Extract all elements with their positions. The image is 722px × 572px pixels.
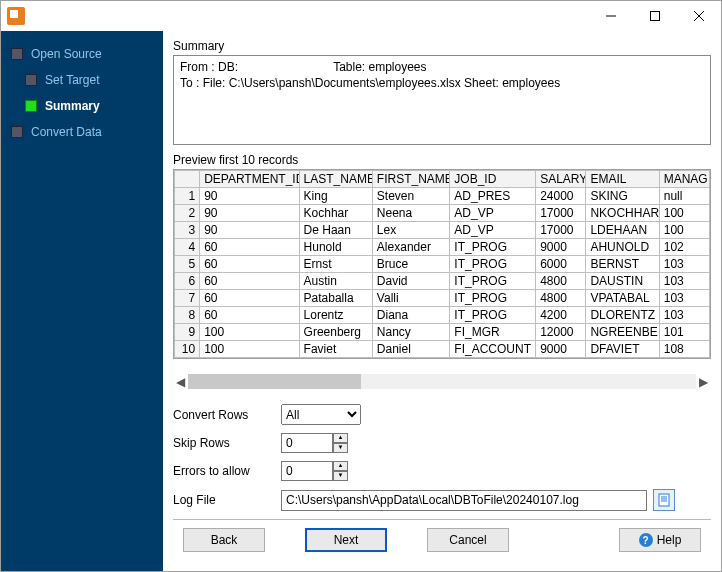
cell: IT_PROG xyxy=(450,239,536,256)
table-row[interactable]: 9100GreenbergNancyFI_MGR12000NGREENBE101 xyxy=(175,324,710,341)
cell: 60 xyxy=(200,307,299,324)
cell: IT_PROG xyxy=(450,256,536,273)
cell: Valli xyxy=(372,290,449,307)
rownum-cell: 1 xyxy=(175,188,200,205)
table-row[interactable]: 390De HaanLexAD_VP17000LDEHAAN100 xyxy=(175,222,710,239)
table-row[interactable]: 290KochharNeenaAD_VP17000NKOCHHAR100 xyxy=(175,205,710,222)
cell: Diana xyxy=(372,307,449,324)
log-file-input[interactable] xyxy=(281,490,647,511)
spin-up-button[interactable]: ▲ xyxy=(333,433,348,443)
col-header[interactable]: EMAIL xyxy=(586,171,659,188)
nav-label: Set Target xyxy=(45,73,99,87)
preview-table-wrap: DEPARTMENT_ID LAST_NAME FIRST_NAME JOB_I… xyxy=(173,169,711,359)
cell: 101 xyxy=(659,324,709,341)
rownum-cell: 3 xyxy=(175,222,200,239)
cell: 103 xyxy=(659,273,709,290)
cell: Lex xyxy=(372,222,449,239)
nav-summary[interactable]: Summary xyxy=(21,93,157,119)
cell: Lorentz xyxy=(299,307,372,324)
table-row[interactable]: 10100FavietDanielFI_ACCOUNT9000DFAVIET10… xyxy=(175,341,710,358)
table-row[interactable]: 760PataballaValliIT_PROG4800VPATABAL103 xyxy=(175,290,710,307)
scroll-track[interactable] xyxy=(188,374,696,389)
cell: AHUNOLD xyxy=(586,239,659,256)
table-row[interactable]: 560ErnstBruceIT_PROG6000BERNST103 xyxy=(175,256,710,273)
main-panel: Summary From : DB: Table: employees To :… xyxy=(163,31,721,571)
help-icon: ? xyxy=(639,533,653,547)
col-header[interactable]: SALARY xyxy=(536,171,586,188)
cell: Ernst xyxy=(299,256,372,273)
wizard-footer: Back Next Cancel ? Help xyxy=(173,519,711,560)
close-button[interactable] xyxy=(677,1,721,31)
next-button[interactable]: Next xyxy=(305,528,387,552)
col-header[interactable]: LAST_NAME xyxy=(299,171,372,188)
spin-down-button[interactable]: ▼ xyxy=(333,443,348,453)
svg-rect-1 xyxy=(651,12,660,21)
cell: 108 xyxy=(659,341,709,358)
scroll-left-icon[interactable]: ◀ xyxy=(173,374,188,389)
maximize-button[interactable] xyxy=(633,1,677,31)
cell: 102 xyxy=(659,239,709,256)
cell: null xyxy=(659,188,709,205)
back-button[interactable]: Back xyxy=(183,528,265,552)
summary-box: From : DB: Table: employees To : File: C… xyxy=(173,55,711,145)
table-row[interactable]: 460HunoldAlexanderIT_PROG9000AHUNOLD102 xyxy=(175,239,710,256)
help-button[interactable]: ? Help xyxy=(619,528,701,552)
cell: David xyxy=(372,273,449,290)
col-header[interactable]: JOB_ID xyxy=(450,171,536,188)
table-row[interactable]: 190KingStevenAD_PRES24000SKINGnull xyxy=(175,188,710,205)
table-row[interactable]: 860LorentzDianaIT_PROG4200DLORENTZ103 xyxy=(175,307,710,324)
rownum-cell: 6 xyxy=(175,273,200,290)
cell: DLORENTZ xyxy=(586,307,659,324)
spin-up-button[interactable]: ▲ xyxy=(333,461,348,471)
scroll-right-icon[interactable]: ▶ xyxy=(696,374,711,389)
errors-input[interactable] xyxy=(281,461,333,481)
nav-set-target[interactable]: Set Target xyxy=(21,67,157,93)
cell: Nancy xyxy=(372,324,449,341)
nav-label: Convert Data xyxy=(31,125,102,139)
minimize-button[interactable] xyxy=(589,1,633,31)
rownum-header xyxy=(175,171,200,188)
cell: Pataballa xyxy=(299,290,372,307)
spin-down-button[interactable]: ▼ xyxy=(333,471,348,481)
cell: 90 xyxy=(200,188,299,205)
cancel-button[interactable]: Cancel xyxy=(427,528,509,552)
cell: AD_VP xyxy=(450,205,536,222)
app-icon xyxy=(7,7,25,25)
cell: 9000 xyxy=(536,341,586,358)
summary-line-from: From : DB: Table: employees xyxy=(180,60,704,76)
cell: 12000 xyxy=(536,324,586,341)
nav-open-source[interactable]: Open Source xyxy=(7,41,157,67)
col-header[interactable]: DEPARTMENT_ID xyxy=(200,171,299,188)
skip-rows-input[interactable] xyxy=(281,433,333,453)
nav-convert-data[interactable]: Convert Data xyxy=(7,119,157,145)
cell: 103 xyxy=(659,256,709,273)
cell: DFAVIET xyxy=(586,341,659,358)
cell: 103 xyxy=(659,290,709,307)
col-header[interactable]: MANAG xyxy=(659,171,709,188)
cell: DAUSTIN xyxy=(586,273,659,290)
window-controls xyxy=(589,1,721,31)
cell: 60 xyxy=(200,256,299,273)
options-form: Convert Rows All Skip Rows ▲ ▼ xyxy=(173,404,711,519)
nav-label: Open Source xyxy=(31,47,102,61)
cell: 100 xyxy=(200,324,299,341)
convert-rows-select[interactable]: All xyxy=(281,404,361,425)
cell: 6000 xyxy=(536,256,586,273)
table-row[interactable]: 660AustinDavidIT_PROG4800DAUSTIN103 xyxy=(175,273,710,290)
svg-rect-4 xyxy=(659,494,669,506)
col-header[interactable]: FIRST_NAME xyxy=(372,171,449,188)
cell: LDEHAAN xyxy=(586,222,659,239)
cell: BERNST xyxy=(586,256,659,273)
horizontal-scrollbar[interactable]: ◀ ▶ xyxy=(173,373,711,390)
nav-label: Summary xyxy=(45,99,100,113)
document-icon xyxy=(657,493,671,507)
cell: 4800 xyxy=(536,273,586,290)
step-icon xyxy=(11,48,23,60)
browse-log-button[interactable] xyxy=(653,489,675,511)
scroll-thumb[interactable] xyxy=(188,374,361,389)
rownum-cell: 2 xyxy=(175,205,200,222)
cell: Hunold xyxy=(299,239,372,256)
cell: 100 xyxy=(200,341,299,358)
cell: 60 xyxy=(200,290,299,307)
step-icon xyxy=(25,74,37,86)
